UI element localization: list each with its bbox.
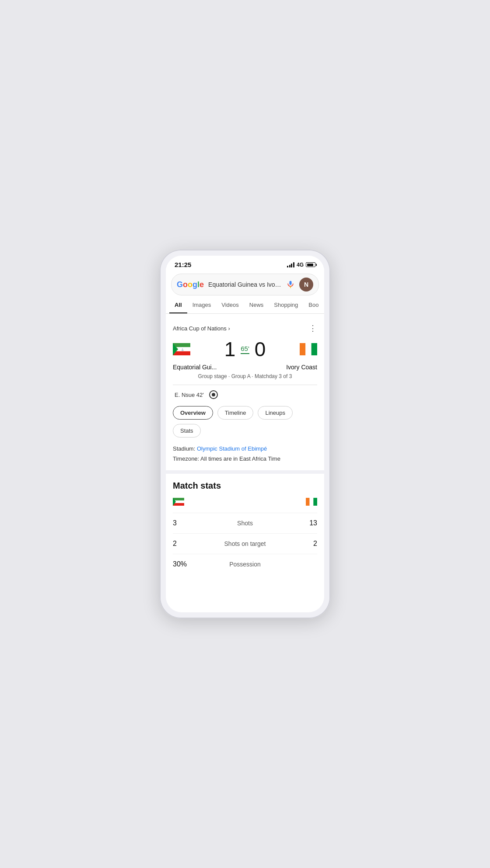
svg-text:⚓: ⚓ [181,348,184,351]
stat-row-shots: 3 Shots 13 [173,513,317,533]
search-input[interactable]: Equatorial Guinea vs Ivory C [208,281,282,288]
svg-rect-10 [300,343,305,355]
status-bar: 21:25 4G [166,256,324,270]
stats-eq-flag [173,498,184,506]
shots-away-val: 13 [300,519,317,527]
match-time-container: 65' [241,345,249,354]
away-team-name: Ivory Coast [286,364,317,371]
tab-news[interactable]: News [244,297,269,313]
search-tabs: All Images Videos News Shopping Boo [166,297,324,314]
stats-ic-flag [306,498,317,506]
svg-rect-0 [290,281,292,285]
google-logo: Google [177,281,204,288]
shots-label: Shots [237,520,253,527]
divider [173,385,317,385]
more-options-icon[interactable]: ⋮ [309,323,317,333]
scorer-row: E. Nsue 42' [173,390,317,399]
away-team [300,343,317,355]
status-time: 21:25 [175,261,191,268]
competition-name[interactable]: Africa Cup of Nations › [173,325,230,332]
svg-rect-20 [313,498,317,506]
match-time-underline [241,353,249,354]
timezone-row: Timezone: All times are in East Africa T… [173,454,317,464]
home-team: ⚓ [173,343,190,355]
stadium-info: Stadium: Olympic Stadium of Ebimpé Timez… [173,444,317,464]
content-area: Africa Cup of Nations › ⋮ [166,317,324,585]
tab-stats[interactable]: Stats [173,424,201,437]
score-section: ⚓ 1 65' 0 [173,339,317,359]
away-score: 0 [255,339,266,359]
stats-flags-row [173,498,317,506]
tab-all[interactable]: All [169,297,187,313]
network-label: 4G [297,262,304,268]
stadium-row: Stadium: Olympic Stadium of Ebimpé [173,444,317,454]
tab-shopping[interactable]: Shopping [269,297,303,313]
possession-label: Possession [229,561,261,568]
signal-bars-icon [287,262,294,267]
search-bar-wrapper: Google Equatorial Guinea vs Ivory C N [166,270,324,297]
svg-rect-12 [312,343,317,355]
stat-row-shots-on-target: 2 Shots on target 2 [173,533,317,554]
goal-icon [209,390,218,399]
action-tabs: Overview Timeline Lineups Stats [173,406,317,437]
home-score: 1 [224,339,236,359]
equatorial-guinea-flag: ⚓ [173,343,190,355]
search-bar[interactable]: Google Equatorial Guinea vs Ivory C N [171,274,319,295]
svg-rect-19 [310,498,314,506]
tab-lineups[interactable]: Lineups [258,406,293,420]
svg-rect-18 [306,498,310,506]
shots-on-target-label: Shots on target [224,540,266,547]
tab-overview[interactable]: Overview [173,406,213,420]
phone-screen: 21:25 4G Google Equatorial G [166,256,324,612]
svg-rect-11 [305,343,311,355]
phone-shell: 21:25 4G Google Equatorial G [160,250,330,618]
battery-icon [306,262,315,267]
svg-point-17 [178,500,181,503]
stadium-link[interactable]: Olympic Stadium of Ebimpé [197,445,267,452]
avatar[interactable]: N [299,278,313,292]
stat-row-possession: 30% Possession [173,554,317,574]
ivory-coast-flag [300,343,317,355]
stats-title: Match stats [173,481,317,491]
tab-images[interactable]: Images [187,297,217,313]
tab-videos[interactable]: Videos [216,297,244,313]
shots-on-target-home-val: 2 [173,540,190,548]
status-icons: 4G [287,262,315,268]
home-team-name: Equatorial Gui... [173,364,217,371]
shots-home-val: 3 [173,519,190,527]
possession-home-val: 30% [173,560,190,568]
shots-on-target-away-val: 2 [300,540,317,548]
tab-timeline[interactable]: Timeline [217,406,254,420]
microphone-icon[interactable] [286,280,295,289]
competition-row: Africa Cup of Nations › ⋮ [173,323,317,333]
tab-books[interactable]: Boo [303,297,324,313]
scorer-name: E. Nsue 42' [175,392,204,398]
score-center: 1 65' 0 [224,339,266,359]
match-info: Group stage · Group A · Matchday 3 of 3 [173,373,317,379]
match-time: 65' [241,345,249,352]
match-card: Africa Cup of Nations › ⋮ [166,317,324,470]
stats-card: Match stats [166,474,324,585]
